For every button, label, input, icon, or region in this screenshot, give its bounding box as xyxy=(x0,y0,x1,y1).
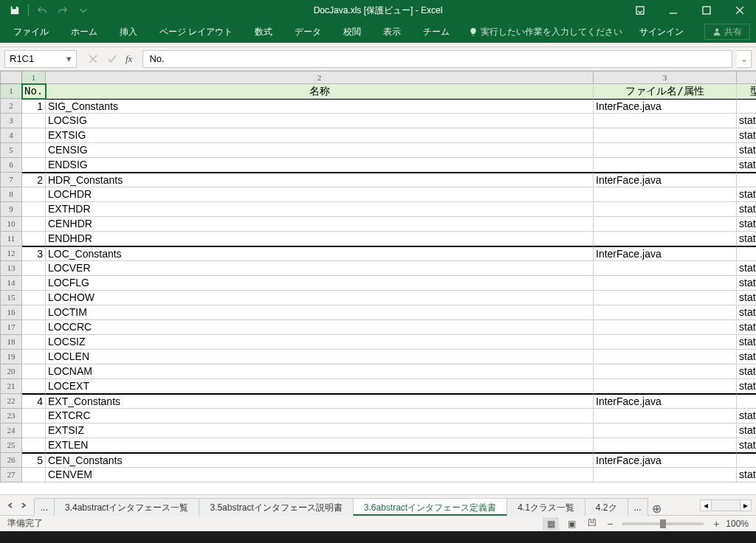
tab-view[interactable]: 表示 xyxy=(373,21,411,43)
cell[interactable] xyxy=(737,173,756,187)
cell[interactable]: stati xyxy=(737,364,756,379)
cell[interactable] xyxy=(22,276,46,291)
page-break-view-button[interactable]: 凹 xyxy=(584,517,600,530)
row-header[interactable]: 25 xyxy=(0,438,22,453)
expand-formula-bar[interactable]: ⌄ xyxy=(737,50,752,68)
sheet-tab[interactable]: 3.5abstractインタフェース説明書 xyxy=(199,498,353,516)
row-header[interactable]: 1 xyxy=(0,84,22,99)
row-header[interactable]: 8 xyxy=(0,187,22,202)
cell[interactable] xyxy=(22,364,46,379)
ribbon-options-button[interactable] xyxy=(623,0,656,21)
cell[interactable]: InterFace.java xyxy=(594,99,737,114)
column-header[interactable]: 2 xyxy=(46,71,594,84)
cell[interactable] xyxy=(22,423,46,438)
tab-team[interactable]: チーム xyxy=(413,21,460,43)
cell[interactable] xyxy=(22,379,46,394)
tab-insert[interactable]: 挿入 xyxy=(109,21,148,43)
cell[interactable]: InterFace.java xyxy=(594,453,737,468)
cell[interactable]: stati xyxy=(737,143,756,158)
cell[interactable]: No. xyxy=(22,84,46,99)
sheet-tab[interactable]: 4.1クラス一覧 xyxy=(506,498,585,516)
cell[interactable] xyxy=(22,305,46,320)
share-button[interactable]: 共有 xyxy=(704,24,750,40)
sheet-tab-active[interactable]: 3.6abstractインタフェース定義書 xyxy=(353,498,507,516)
scroll-left-button[interactable]: ◂ xyxy=(700,499,712,511)
row-header[interactable]: 26 xyxy=(0,453,22,468)
qat-customize[interactable] xyxy=(75,2,92,18)
cell[interactable]: CEN_Constants xyxy=(46,453,594,468)
cell[interactable] xyxy=(22,202,46,217)
cell[interactable] xyxy=(22,158,46,173)
row-header[interactable]: 19 xyxy=(0,350,22,364)
cell[interactable] xyxy=(594,364,737,379)
tab-file[interactable]: ファイル xyxy=(3,21,59,43)
page-layout-view-button[interactable]: ▣ xyxy=(563,517,580,530)
row-header[interactable]: 7 xyxy=(0,173,22,187)
row-header[interactable]: 12 xyxy=(0,246,22,261)
row-header[interactable]: 2 xyxy=(0,99,22,114)
tab-formulas[interactable]: 数式 xyxy=(244,21,283,43)
cell[interactable]: stati xyxy=(737,335,756,350)
cell[interactable]: EXTSIG xyxy=(46,128,594,143)
scroll-right-button[interactable]: ▸ xyxy=(740,499,752,511)
tab-review[interactable]: 校閲 xyxy=(333,21,371,43)
cell[interactable]: EXTCRC xyxy=(46,409,594,423)
cell[interactable] xyxy=(22,187,46,202)
tell-me-search[interactable]: 実行したい作業を入力してください xyxy=(461,26,630,38)
cell[interactable] xyxy=(594,320,737,335)
cell[interactable]: 2 xyxy=(22,173,46,187)
cell[interactable]: 1 xyxy=(22,99,46,114)
cell[interactable] xyxy=(594,261,737,276)
row-header[interactable]: 21 xyxy=(0,379,22,394)
column-header[interactable] xyxy=(737,71,756,84)
cell[interactable] xyxy=(737,453,756,468)
cell[interactable] xyxy=(22,350,46,364)
cell[interactable] xyxy=(594,232,737,246)
cell[interactable] xyxy=(594,305,737,320)
tab-scroll-left[interactable] xyxy=(4,499,16,512)
new-sheet-button[interactable]: ⊕ xyxy=(647,502,667,516)
cell[interactable] xyxy=(737,246,756,261)
cell[interactable]: 型 xyxy=(737,84,756,99)
cell[interactable] xyxy=(594,114,737,128)
cell[interactable]: stati xyxy=(737,187,756,202)
cell[interactable]: stati xyxy=(737,320,756,335)
cell[interactable]: stati xyxy=(737,232,756,246)
row-header[interactable]: 13 xyxy=(0,261,22,276)
cell[interactable]: LOCHOW xyxy=(46,291,594,305)
maximize-button[interactable] xyxy=(690,0,723,21)
scroll-track[interactable] xyxy=(712,499,740,511)
cell[interactable]: stati xyxy=(737,158,756,173)
row-header[interactable]: 23 xyxy=(0,409,22,423)
cell[interactable] xyxy=(594,202,737,217)
cell[interactable] xyxy=(22,114,46,128)
cell[interactable]: 3 xyxy=(22,246,46,261)
cell[interactable]: LOCTIM xyxy=(46,305,594,320)
cell[interactable]: CENHDR xyxy=(46,217,594,232)
cell[interactable] xyxy=(22,291,46,305)
sheet-tab-overflow-right[interactable]: ... xyxy=(628,498,648,516)
cell[interactable]: EXT_Constants xyxy=(46,394,594,409)
enter-formula-button[interactable] xyxy=(103,51,121,67)
cell[interactable]: InterFace.java xyxy=(594,394,737,409)
cell[interactable] xyxy=(594,438,737,453)
cell[interactable]: EXTSIZ xyxy=(46,423,594,438)
cell[interactable] xyxy=(737,99,756,114)
row-header[interactable]: 16 xyxy=(0,305,22,320)
cell[interactable]: LOCFLG xyxy=(46,276,594,291)
cell[interactable]: InterFace.java xyxy=(594,173,737,187)
horizontal-scrollbar[interactable]: ◂ ▸ xyxy=(700,499,752,512)
sheet-tab[interactable]: 4.2ク xyxy=(585,498,628,516)
cell[interactable]: CENSIG xyxy=(46,143,594,158)
cell[interactable]: stati xyxy=(737,379,756,394)
column-header[interactable]: 1 xyxy=(22,71,46,84)
cell[interactable] xyxy=(22,128,46,143)
row-header[interactable]: 24 xyxy=(0,423,22,438)
tab-scroll-right[interactable] xyxy=(18,499,30,512)
name-box[interactable]: R1C1▾ xyxy=(4,50,77,68)
cell[interactable] xyxy=(594,379,737,394)
tab-page-layout[interactable]: ページ レイアウト xyxy=(149,21,243,43)
cell[interactable] xyxy=(594,291,737,305)
close-button[interactable] xyxy=(723,0,756,21)
cell[interactable]: LOCHDR xyxy=(46,187,594,202)
